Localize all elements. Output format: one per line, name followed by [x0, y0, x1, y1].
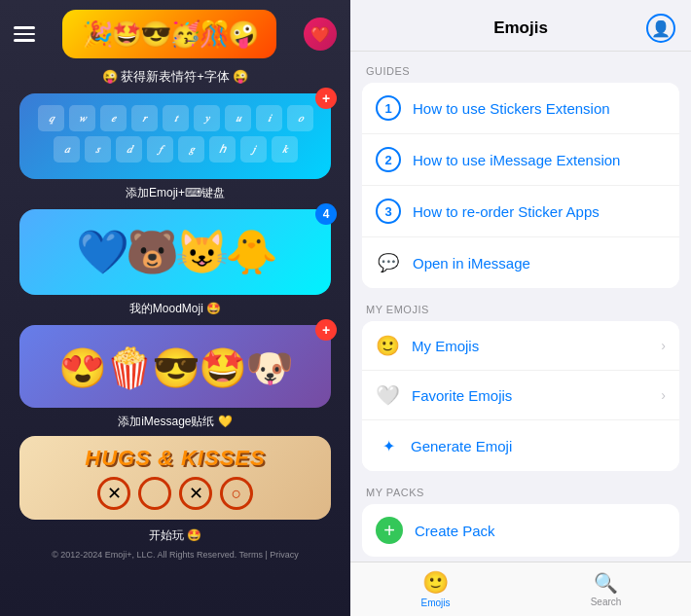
- plus-badge-keyboard: +: [315, 88, 337, 109]
- search-tab-label: Search: [591, 597, 622, 607]
- stickers-section[interactable]: + 😍🍿😎🤩🐶: [19, 325, 331, 408]
- hugs-section[interactable]: HUGS & KISSES ✕ ✕ ○: [19, 436, 331, 520]
- my-emojis-text: My Emojis: [412, 338, 657, 354]
- tab-search[interactable]: 🔍 Search: [521, 571, 691, 607]
- x-icon: ✕: [97, 477, 130, 510]
- hugs-icons: ✕ ✕ ○: [97, 477, 253, 510]
- plus-circle-icon: +: [376, 517, 403, 544]
- hamburger-menu-icon[interactable]: [14, 26, 35, 42]
- emojis-tab-label: Emojis: [420, 598, 450, 608]
- guide-text-1: How to use Stickers Extension: [413, 100, 666, 117]
- hugs-title: HUGS & KISSES: [85, 446, 265, 471]
- emojis-tab-icon: 🙂: [422, 570, 449, 596]
- guide-item-3[interactable]: 3 How to re-order Sticker Apps: [362, 186, 679, 237]
- hugs-sublabel: 开始玩 🤩: [149, 527, 201, 544]
- guide-text-3: How to re-order Sticker Apps: [413, 203, 666, 220]
- stickers-label: 添加iMessage贴纸 💛: [118, 414, 233, 430]
- keyboard-section[interactable]: + 𝑞 𝑤 𝑒 𝑟 𝑡 𝑦 𝑢 𝑖 𝑜 𝑎 𝑠 𝑑 𝑓 𝑔 ℎ 𝑗 𝑘: [19, 93, 331, 179]
- my-emojis-card: 🙂 My Emojis › 🤍 Favorite Emojis › ✦ Gene…: [362, 321, 679, 471]
- heart-list-icon: 🤍: [376, 383, 400, 407]
- plus-badge-stickers: +: [315, 319, 337, 341]
- my-packs-section-label: MY PACKS: [350, 473, 691, 504]
- moodmoji-section[interactable]: 4 💙🐻😺🐥: [19, 209, 331, 295]
- subtitle-text: 😜 获得新表情符+字体 😜: [102, 68, 249, 86]
- o-icon: ○: [220, 477, 253, 510]
- keyboard-label: 添加Emoji+⌨键盘: [126, 185, 225, 201]
- guides-section-label: GUIDES: [350, 52, 691, 83]
- emoji-strip-banner: 🎉🤩😎🥳🎊🤪: [62, 10, 276, 58]
- badge-4: 4: [315, 203, 337, 225]
- guide-num-1: 1: [376, 95, 401, 121]
- stickers-emojis: 😍🍿😎🤩🐶: [58, 345, 292, 391]
- generate-emoji-text: Generate Emoji: [411, 438, 666, 454]
- my-packs-card: + Create Pack: [362, 504, 679, 557]
- imessage-bubble-icon: 💬: [376, 250, 401, 275]
- guides-card: 1 How to use Stickers Extension 2 How to…: [362, 83, 679, 288]
- o-empty-icon: [138, 477, 171, 510]
- create-pack-text: Create Pack: [415, 523, 666, 539]
- open-imessage-item[interactable]: 💬 Open in iMessage: [362, 237, 679, 288]
- guide-text-2: How to use iMessage Extension: [413, 152, 666, 168]
- chevron-right-icon-2: ›: [661, 387, 666, 403]
- x-icon-2: ✕: [179, 477, 212, 510]
- guide-item-2[interactable]: 2 How to use iMessage Extension: [362, 134, 679, 186]
- guide-num-3: 3: [376, 199, 401, 224]
- search-icon: 🔍: [594, 571, 618, 595]
- guide-num-2: 2: [376, 147, 401, 172]
- keyboard-row-1: 𝑞 𝑤 𝑒 𝑟 𝑡 𝑦 𝑢 𝑖 𝑜: [29, 105, 321, 131]
- my-emojis-item[interactable]: 🙂 My Emojis ›: [362, 321, 679, 371]
- top-bar: 🎉🤩😎🥳🎊🤪 ❤️: [0, 0, 350, 64]
- keyboard-row-2: 𝑎 𝑠 𝑑 𝑓 𝑔 ℎ 𝑗 𝑘: [29, 136, 321, 163]
- spark-icon: ✦: [376, 433, 401, 458]
- right-panel: Emojis 👤 GUIDES 1 How to use Stickers Ex…: [350, 0, 691, 616]
- my-emojis-section-label: MY EMOJIS: [350, 290, 691, 321]
- footer-text: © 2012-2024 Emoji+, LLC. All Rights Rese…: [42, 550, 309, 560]
- heart-icon[interactable]: ❤️: [304, 18, 337, 51]
- create-pack-item[interactable]: + Create Pack: [362, 504, 679, 557]
- smiley-icon: 🙂: [376, 334, 400, 357]
- bottom-tab-bar: 🙂 Emojis 🔍 Search: [350, 562, 691, 616]
- guide-item-1[interactable]: 1 How to use Stickers Extension: [362, 83, 679, 134]
- favorite-emojis-text: Favorite Emojis: [412, 387, 657, 404]
- moodmoji-label: 我的MoodMoji 🤩: [129, 301, 221, 317]
- left-panel: 🎉🤩😎🥳🎊🤪 ❤️ 😜 获得新表情符+字体 😜 + 𝑞 𝑤 𝑒 𝑟 𝑡 𝑦 𝑢 …: [0, 0, 350, 616]
- open-imessage-text: Open in iMessage: [413, 255, 666, 272]
- header-title: Emojis: [395, 18, 646, 38]
- right-header: Emojis 👤: [350, 0, 691, 52]
- moodmoji-emojis: 💙🐻😺🐥: [76, 227, 274, 277]
- right-scroll-area: GUIDES 1 How to use Stickers Extension 2…: [350, 52, 691, 616]
- favorite-emojis-item[interactable]: 🤍 Favorite Emojis ›: [362, 371, 679, 420]
- chevron-right-icon: ›: [661, 338, 666, 353]
- generate-emoji-item[interactable]: ✦ Generate Emoji: [362, 420, 679, 471]
- profile-icon[interactable]: 👤: [646, 14, 675, 43]
- tab-emojis[interactable]: 🙂 Emojis: [350, 570, 521, 608]
